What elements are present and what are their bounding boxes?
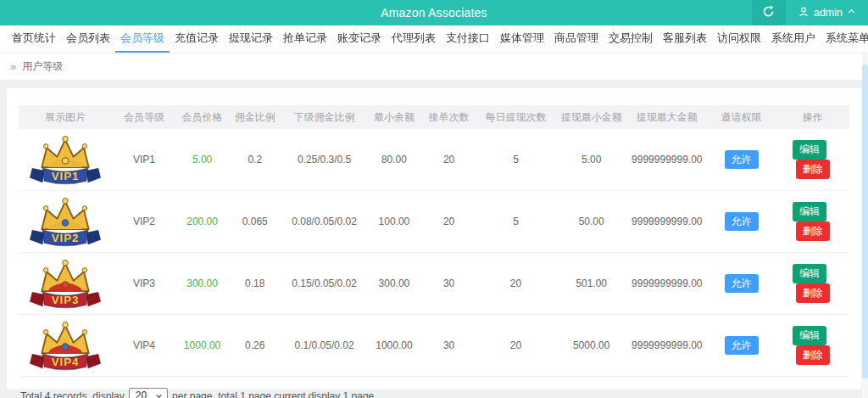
edit-button[interactable]: 编辑 <box>793 202 826 221</box>
min-withdrawal-cell: 5.00 <box>555 129 627 191</box>
commission-cell: 0.2 <box>228 129 282 191</box>
invite-allow-button[interactable]: 允许 <box>725 150 759 170</box>
svg-text:VIP1: VIP1 <box>52 170 80 182</box>
table-row: VIP2 VIP2 200.00 0.065 0.08/0.05/0.02 10… <box>19 191 849 253</box>
badge-cell: VIP4 <box>19 315 112 377</box>
tab-grab-order-records[interactable]: 抢单记录 <box>278 25 332 53</box>
col-header-daily-withdrawals: 每日提现次数 <box>476 105 555 129</box>
max-withdrawal-cell: 9999999999.00 <box>627 315 706 377</box>
tab-payment-interface[interactable]: 支付接口 <box>441 25 495 53</box>
delete-button[interactable]: 删除 <box>796 160 830 179</box>
invite-cell: 允许 <box>706 253 776 315</box>
user-icon <box>798 6 810 20</box>
orders-cell: 30 <box>421 253 476 315</box>
tab-access-permission[interactable]: 访问权限 <box>712 25 766 53</box>
delete-button[interactable]: 删除 <box>796 221 830 241</box>
page-size-select[interactable]: 20 <box>129 388 168 398</box>
refresh-button[interactable] <box>752 0 786 25</box>
min-withdrawal-cell: 50.00 <box>555 191 627 253</box>
col-header-invite: 邀请权限 <box>706 105 776 129</box>
level-cell: VIP4 <box>112 315 176 377</box>
tab-system-menu[interactable]: 系统菜单 <box>821 25 868 53</box>
pagination-bar: Total 4 records, display 20 per page, to… <box>19 377 849 398</box>
tab-recharge-records[interactable]: 充值记录 <box>170 25 224 53</box>
pagination-prefix: Total 4 records, display <box>20 390 125 398</box>
tab-withdrawal-records[interactable]: 提现记录 <box>224 25 278 53</box>
svg-text:VIP2: VIP2 <box>52 232 80 244</box>
scrollbar[interactable] <box>862 53 868 398</box>
breadcrumb: » 用户等级 <box>0 53 868 80</box>
orders-cell: 30 <box>421 315 476 377</box>
edit-button[interactable]: 编辑 <box>793 140 826 160</box>
daily-withdrawals-cell: 20 <box>476 253 555 315</box>
page-size-value: 20 <box>136 390 147 398</box>
col-header-min-withdrawal: 提现最小金额 <box>555 105 627 129</box>
delete-button[interactable]: 删除 <box>796 345 830 365</box>
actions-cell: 编辑删除 <box>776 253 849 315</box>
col-header-image: 展示图片 <box>19 105 112 129</box>
app-title: Amazon Associates <box>0 6 868 20</box>
invite-allow-button[interactable]: 允许 <box>725 212 759 232</box>
min-balance-cell: 1000.00 <box>367 315 422 377</box>
min-balance-cell: 80.00 <box>367 129 422 191</box>
col-header-level: 会员等级 <box>112 105 176 129</box>
tab-agent-list[interactable]: 代理列表 <box>387 25 441 53</box>
invite-cell: 允许 <box>706 315 776 377</box>
min-withdrawal-cell: 501.00 <box>555 253 627 315</box>
col-header-orders: 接单次数 <box>421 105 476 129</box>
min-balance-cell: 300.00 <box>367 253 422 315</box>
min-withdrawal-cell: 5000.00 <box>555 315 627 377</box>
min-balance-cell: 100.00 <box>367 191 422 253</box>
refresh-icon <box>762 5 775 21</box>
level-cell: VIP1 <box>112 129 176 191</box>
badge-cell: VIP1 <box>19 129 112 191</box>
tab-customer-service-list[interactable]: 客服列表 <box>658 25 712 53</box>
tab-member-level[interactable]: 会员等级 <box>115 25 170 53</box>
level-cell: VIP3 <box>112 253 176 315</box>
col-header-actions: 操作 <box>776 105 849 129</box>
invite-allow-button[interactable]: 允许 <box>725 274 759 294</box>
col-header-commission: 佣金比例 <box>228 105 282 129</box>
table-row: VIP1 VIP1 5.00 0.2 0.25/0.3/0.5 80.00 20… <box>19 129 849 191</box>
chevron-up-icon <box>847 7 856 19</box>
orders-cell: 20 <box>421 129 476 191</box>
tab-media-management[interactable]: 媒体管理 <box>495 25 549 53</box>
tab-home-stats[interactable]: 首页统计 <box>7 25 61 53</box>
sub-commission-cell: 0.25/0.3/0.5 <box>282 129 367 191</box>
table-row: VIP3 VIP3 300.00 0.18 0.15/0.05/0.02 300… <box>19 253 849 315</box>
col-header-sub-commission: 下级佣金比例 <box>282 105 367 129</box>
svg-text:VIP3: VIP3 <box>52 294 80 306</box>
chevron-down-icon <box>155 392 163 398</box>
sub-commission-cell: 0.15/0.05/0.02 <box>282 253 367 315</box>
sub-commission-cell: 0.1/0.05/0.02 <box>282 315 367 377</box>
user-menu[interactable]: admin <box>786 6 868 20</box>
levels-card: 展示图片 会员等级 会员价格 佣金比例 下级佣金比例 最小余额 接单次数 每日提… <box>7 88 861 390</box>
actions-cell: 编辑删除 <box>776 191 849 253</box>
tab-product-management[interactable]: 商品管理 <box>549 25 604 53</box>
daily-withdrawals-cell: 5 <box>476 191 555 253</box>
price-cell: 300.00 <box>176 253 228 315</box>
edit-button[interactable]: 编辑 <box>793 326 826 345</box>
delete-button[interactable]: 删除 <box>796 283 830 303</box>
col-header-price: 会员价格 <box>176 105 228 129</box>
daily-withdrawals-cell: 5 <box>476 129 555 191</box>
vip4-badge-image: VIP4 <box>29 320 102 372</box>
edit-button[interactable]: 编辑 <box>793 264 826 283</box>
commission-cell: 0.26 <box>228 315 282 377</box>
max-withdrawal-cell: 9999999999.00 <box>627 129 706 191</box>
invite-cell: 允许 <box>706 191 776 253</box>
vip3-badge-image: VIP3 <box>29 258 102 310</box>
page-title: 用户等级 <box>22 59 63 74</box>
tab-system-users[interactable]: 系统用户 <box>766 25 821 53</box>
tab-balance-change-records[interactable]: 账变记录 <box>332 25 387 53</box>
col-header-max-withdrawal: 提现最大金额 <box>627 105 706 129</box>
sub-commission-cell: 0.08/0.05/0.02 <box>282 191 367 253</box>
invite-allow-button[interactable]: 允许 <box>725 336 759 356</box>
price-cell: 1000.00 <box>176 315 228 377</box>
tab-trade-control[interactable]: 交易控制 <box>604 25 658 53</box>
level-cell: VIP2 <box>112 191 176 253</box>
svg-text:VIP4: VIP4 <box>52 356 80 368</box>
badge-cell: VIP2 <box>19 191 112 253</box>
tab-member-list[interactable]: 会员列表 <box>61 25 115 53</box>
scrollbar-thumb[interactable] <box>862 64 868 378</box>
